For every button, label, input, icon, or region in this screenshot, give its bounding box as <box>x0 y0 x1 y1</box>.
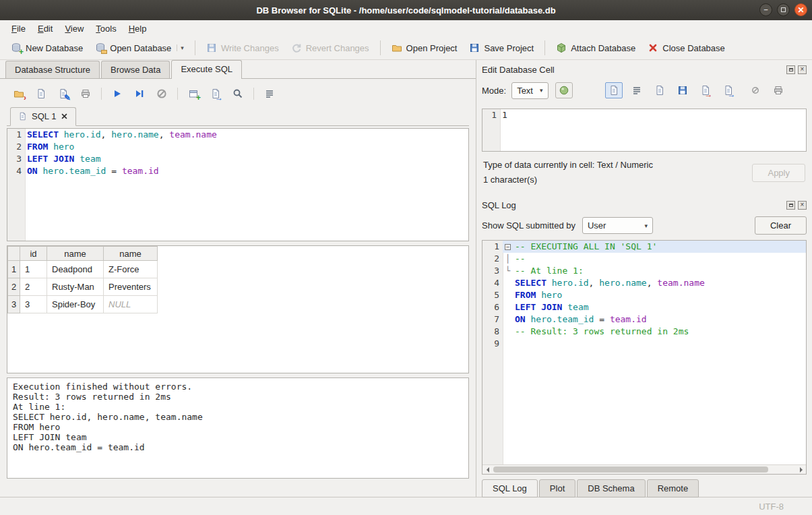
row-header[interactable]: 1 <box>8 261 20 278</box>
table-cell[interactable]: Preventers <box>104 278 158 296</box>
float-panel-icon[interactable] <box>786 65 795 74</box>
tab-execute-sql[interactable]: Execute SQL <box>171 60 242 79</box>
tab-database-structure[interactable]: Database Structure <box>5 61 100 78</box>
import-data-icon[interactable]: → <box>697 82 714 98</box>
tab-remote[interactable]: Remote <box>647 479 699 497</box>
tab-sql-log[interactable]: SQL Log <box>482 479 538 497</box>
revert-changes-button: Revert Changes <box>286 39 375 57</box>
table-row[interactable]: 33Spider-BoyNULL <box>8 296 158 313</box>
table-cell[interactable]: NULL <box>104 296 158 313</box>
menu-item-help[interactable]: Help <box>123 22 153 36</box>
find-replace-icon[interactable] <box>230 86 246 102</box>
scroll-right-icon[interactable] <box>796 465 806 474</box>
code-line[interactable]: 5FROM hero <box>482 289 806 301</box>
new-database-button[interactable]: + New Database <box>5 39 88 57</box>
sql-editor[interactable]: 1SELECT hero.id, hero.name, team.name2FR… <box>7 128 469 241</box>
save-sql-file-icon[interactable] <box>33 86 49 102</box>
table-row[interactable]: 22Rusty-ManPreventers <box>8 278 158 296</box>
float-panel-icon[interactable] <box>786 201 795 210</box>
open-sql-file-icon[interactable]: › <box>11 86 27 102</box>
filter-label: Show SQL submitted by <box>482 220 575 231</box>
new-query-tab-icon[interactable]: + <box>185 86 201 102</box>
code-line[interactable]: 7ON hero.team_id = team.id <box>482 313 806 326</box>
set-null-icon[interactable] <box>747 82 764 98</box>
table-cell[interactable]: 3 <box>20 296 47 313</box>
print-icon[interactable] <box>77 86 94 102</box>
close-database-button[interactable]: Close Database <box>642 39 730 57</box>
close-tab-icon[interactable] <box>61 113 68 120</box>
mode-select[interactable]: Text ▾ <box>511 82 548 99</box>
open-external-icon[interactable] <box>651 82 668 98</box>
code-line[interactable]: 9 <box>482 338 806 350</box>
sql-doc-tab[interactable]: SQL 1 <box>10 107 76 126</box>
execute-current-line-icon[interactable] <box>131 86 148 102</box>
table-cell[interactable]: Rusty-Man <box>47 278 104 296</box>
attach-database-button[interactable]: Attach Database <box>551 39 641 57</box>
menu-item-view[interactable]: View <box>59 22 90 36</box>
table-cell[interactable]: Deadpond <box>47 261 104 278</box>
scrollbar-thumb[interactable] <box>493 466 768 473</box>
code-line[interactable]: 8-- Result: 3 rows returned in 2ms <box>482 326 806 338</box>
open-database-dropdown-icon[interactable]: ▾ <box>177 44 184 51</box>
table-cell[interactable]: Spider-Boy <box>47 296 104 313</box>
menu-item-edit[interactable]: Edit <box>32 22 59 36</box>
sql-log-editor[interactable]: 1−-- EXECUTING ALL IN 'SQL 1'2│--3└-- At… <box>482 241 806 464</box>
table-row[interactable]: 11DeadpondZ-Force <box>8 261 158 278</box>
code-line[interactable]: 2│-- <box>482 253 806 265</box>
encoding-indicator[interactable]: UTF-8 <box>759 502 784 512</box>
save-sql-file-as-icon[interactable]: ✎ <box>55 86 71 102</box>
maximize-button[interactable] <box>777 3 790 16</box>
clear-button[interactable]: Clear <box>755 216 807 235</box>
save-as-icon[interactable] <box>674 82 691 98</box>
titlebar[interactable]: DB Browser for SQLite - /home/user/code/… <box>0 0 812 20</box>
apply-cell-icon[interactable] <box>555 82 573 98</box>
column-header-id[interactable]: id <box>20 247 47 261</box>
code-line[interactable]: 3└-- At line 1: <box>482 265 806 277</box>
export-data-icon[interactable]: → <box>720 82 737 98</box>
word-wrap-icon[interactable] <box>628 82 646 98</box>
text-mode-icon[interactable] <box>605 82 623 98</box>
row-header[interactable]: 3 <box>8 296 20 313</box>
close-panel-icon[interactable]: × <box>798 65 807 74</box>
code-line[interactable]: 4ON hero.team_id = team.id <box>7 165 468 177</box>
table-cell[interactable]: 1 <box>20 261 47 278</box>
results-header-row: id name name <box>8 247 158 261</box>
menu-item-file[interactable]: File <box>5 22 32 36</box>
horizontal-scrollbar[interactable] <box>482 464 806 474</box>
tab-browse-data[interactable]: Browse Data <box>101 61 170 78</box>
table-cell[interactable]: Z-Force <box>104 261 158 278</box>
window-title: DB Browser for SQLite - /home/user/code/… <box>256 5 555 16</box>
scroll-left-icon[interactable] <box>482 465 493 474</box>
code-line[interactable]: 3LEFT JOIN team <box>7 153 468 165</box>
toolbar-separator <box>195 40 195 55</box>
cell-editor[interactable]: 1 1 <box>482 109 807 152</box>
line-number: 2 <box>7 141 25 153</box>
fold-marker: └ <box>503 265 513 277</box>
code-line[interactable]: 6LEFT JOIN team <box>482 301 806 313</box>
close-panel-icon[interactable]: × <box>798 201 807 210</box>
corner-header <box>8 247 20 261</box>
code-line[interactable]: 4SELECT hero.id, hero.name, team.name <box>482 277 806 289</box>
cell-content[interactable]: 1 <box>500 109 806 121</box>
open-database-button[interactable]: Open Database ▾ <box>90 39 189 57</box>
column-header-name-2[interactable]: name <box>104 247 158 261</box>
open-project-button[interactable]: Open Project <box>386 39 463 57</box>
close-button[interactable]: ✕ <box>794 3 807 16</box>
tab-plot[interactable]: Plot <box>539 479 575 497</box>
tab-db-schema[interactable]: DB Schema <box>577 479 645 497</box>
export-results-icon[interactable]: → <box>208 86 224 102</box>
code-line[interactable]: 1SELECT hero.id, hero.name, team.name <box>7 129 468 141</box>
row-header[interactable]: 2 <box>8 278 20 296</box>
menu-item-tools[interactable]: Tools <box>90 22 122 36</box>
execute-all-icon[interactable] <box>109 86 125 102</box>
save-project-button[interactable]: Save Project <box>464 39 539 57</box>
code-line[interactable]: 2FROM hero <box>7 141 468 153</box>
print-cell-icon[interactable] <box>770 82 787 98</box>
word-wrap-icon[interactable] <box>261 86 278 102</box>
minimize-button[interactable]: – <box>759 3 772 16</box>
submitter-select[interactable]: User ▾ <box>582 217 653 234</box>
table-cell[interactable]: 2 <box>20 278 47 296</box>
code-line[interactable]: 1−-- EXECUTING ALL IN 'SQL 1' <box>482 241 806 253</box>
column-header-name[interactable]: name <box>47 247 104 261</box>
fold-marker[interactable]: − <box>503 241 513 253</box>
